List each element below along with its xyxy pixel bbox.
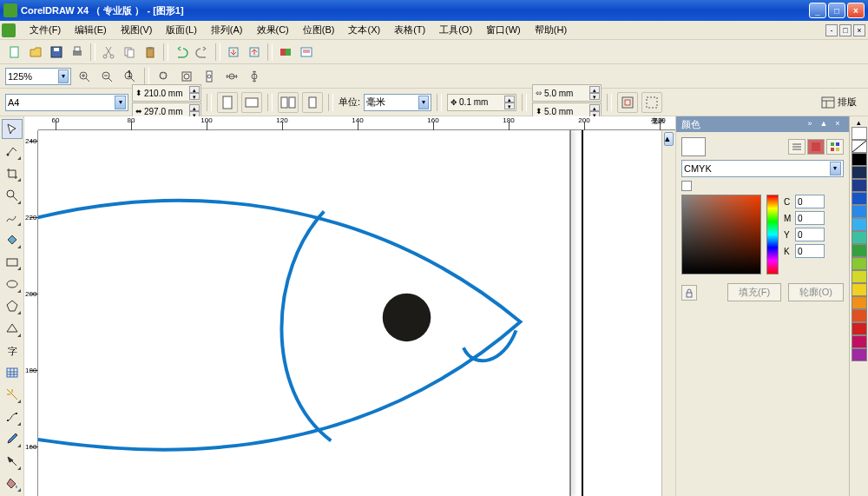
docker-titlebar[interactable]: 颜色 » ▲ ×	[676, 116, 849, 132]
zoom-height-button[interactable]	[245, 67, 264, 86]
undo-button[interactable]	[172, 43, 191, 62]
slider-view-button[interactable]	[788, 139, 806, 155]
menu-arrange[interactable]: 排列(A)	[204, 22, 250, 38]
palette-swatch[interactable]	[852, 192, 867, 205]
doc-restore-button[interactable]: □	[839, 24, 852, 36]
minimize-button[interactable]: _	[809, 3, 826, 18]
print-button[interactable]	[68, 43, 87, 62]
palette-swatch[interactable]	[852, 257, 867, 270]
options-button[interactable]	[641, 92, 662, 113]
page-size-input[interactable]	[8, 97, 115, 108]
menu-layout[interactable]: 版面(L)	[159, 22, 203, 38]
drawing-canvas[interactable]: ▴	[38, 130, 675, 496]
shape-tool[interactable]	[2, 141, 23, 161]
hue-slider[interactable]	[766, 195, 779, 274]
snap-options-button[interactable]	[617, 92, 638, 113]
menu-bitmaps[interactable]: 位图(B)	[296, 22, 342, 38]
portrait-button[interactable]	[217, 92, 238, 113]
palette-view-button[interactable]	[826, 139, 844, 155]
black-input[interactable]	[795, 244, 825, 258]
cyan-input[interactable]	[795, 195, 825, 208]
canvas-area[interactable]: 6080100120140160180200220毫米 240220200180…	[24, 116, 675, 496]
fill-tool[interactable]	[2, 473, 23, 493]
vertical-scrollbar[interactable]: ▴	[661, 130, 675, 496]
text-tool[interactable]: 字	[2, 341, 23, 360]
outline-button[interactable]: 轮廓(O)	[788, 283, 844, 301]
palette-swatch[interactable]	[852, 322, 867, 335]
palette-swatch[interactable]	[852, 296, 867, 309]
menu-text[interactable]: 文本(X)	[341, 22, 387, 38]
palette-swatch[interactable]	[852, 205, 867, 218]
outline-tool[interactable]	[2, 451, 23, 471]
table-tool[interactable]	[2, 362, 23, 382]
yellow-input[interactable]	[795, 228, 825, 241]
nudge-spin[interactable]: ✥▴▾	[447, 94, 516, 111]
zoom-width-button[interactable]	[222, 67, 241, 86]
palette-swatch[interactable]	[852, 283, 867, 296]
docker-expand-icon[interactable]: »	[804, 118, 816, 130]
color-model-combo[interactable]: ▾	[681, 160, 844, 177]
color-gradient-picker[interactable]	[681, 195, 761, 274]
menu-view[interactable]: 视图(V)	[114, 22, 160, 38]
close-button[interactable]: ×	[847, 3, 865, 18]
dropdown-icon[interactable]: ▾	[418, 96, 429, 109]
crop-tool[interactable]	[2, 163, 23, 183]
lock-icon[interactable]	[681, 285, 697, 301]
zoom-tool[interactable]	[2, 185, 23, 205]
app-launcher-button[interactable]	[276, 43, 295, 62]
polygon-tool[interactable]	[2, 296, 23, 316]
palette-swatch[interactable]	[852, 231, 867, 244]
palette-swatch[interactable]	[852, 348, 867, 361]
scrollbar-thumb[interactable]: ▴	[664, 132, 674, 146]
zoom-in-button[interactable]	[75, 67, 94, 86]
doc-minimize-button[interactable]: -	[825, 24, 838, 36]
save-button[interactable]	[47, 43, 66, 62]
zoom-combo[interactable]: ▾	[5, 68, 71, 85]
basic-shapes-tool[interactable]	[2, 318, 23, 338]
ellipse-tool[interactable]	[2, 274, 23, 294]
export-button[interactable]	[245, 43, 264, 62]
viewer-view-button[interactable]	[807, 139, 825, 155]
palette-swatch[interactable]	[852, 218, 867, 231]
pick-tool[interactable]	[2, 119, 23, 139]
smart-fill-tool[interactable]	[2, 229, 23, 249]
palette-swatch[interactable]	[852, 244, 867, 257]
dropdown-icon[interactable]: ▾	[58, 69, 69, 83]
palette-swatch[interactable]	[852, 270, 867, 283]
menu-tools[interactable]: 工具(O)	[432, 22, 479, 38]
menu-file[interactable]: 文件(F)	[23, 22, 68, 38]
landscape-button[interactable]	[241, 92, 262, 113]
palette-swatch[interactable]	[852, 309, 867, 322]
paste-button[interactable]	[141, 43, 160, 62]
import-button[interactable]	[224, 43, 243, 62]
page-size-combo[interactable]: ▾	[5, 94, 128, 111]
doc-close-button[interactable]: ×	[853, 24, 865, 36]
all-pages-button[interactable]	[278, 92, 299, 113]
zoom-page-button[interactable]	[200, 67, 219, 86]
dropdown-icon[interactable]: ▾	[830, 162, 841, 175]
docker-close-icon[interactable]: ×	[832, 118, 844, 130]
zoom-selection-button[interactable]	[155, 67, 174, 86]
current-page-button[interactable]	[302, 92, 323, 113]
open-button[interactable]	[26, 43, 45, 62]
zoom-fit-button[interactable]	[177, 67, 196, 86]
palette-swatch[interactable]	[852, 127, 867, 140]
interactive-tool[interactable]	[2, 407, 23, 427]
unit-input[interactable]	[366, 97, 418, 108]
maximize-button[interactable]: □	[828, 3, 845, 18]
eyedropper-tool[interactable]	[2, 429, 23, 449]
layout-panel-button[interactable]: 排版	[815, 93, 863, 111]
menu-table[interactable]: 表格(T)	[387, 22, 432, 38]
zoom-input[interactable]	[8, 71, 58, 82]
copy-button[interactable]	[120, 43, 139, 62]
current-color-swatch[interactable]	[681, 137, 706, 156]
palette-swatch[interactable]	[852, 179, 867, 192]
dimension-tool[interactable]	[2, 385, 23, 405]
palette-scroll-up[interactable]: ▴	[852, 118, 866, 127]
fill-button[interactable]: 填充(F)	[727, 283, 781, 301]
palette-swatch[interactable]	[852, 335, 867, 348]
palette-swatch[interactable]	[852, 140, 867, 153]
rectangle-tool[interactable]	[2, 252, 23, 272]
redo-button[interactable]	[193, 43, 212, 62]
palette-swatch[interactable]	[852, 166, 867, 179]
